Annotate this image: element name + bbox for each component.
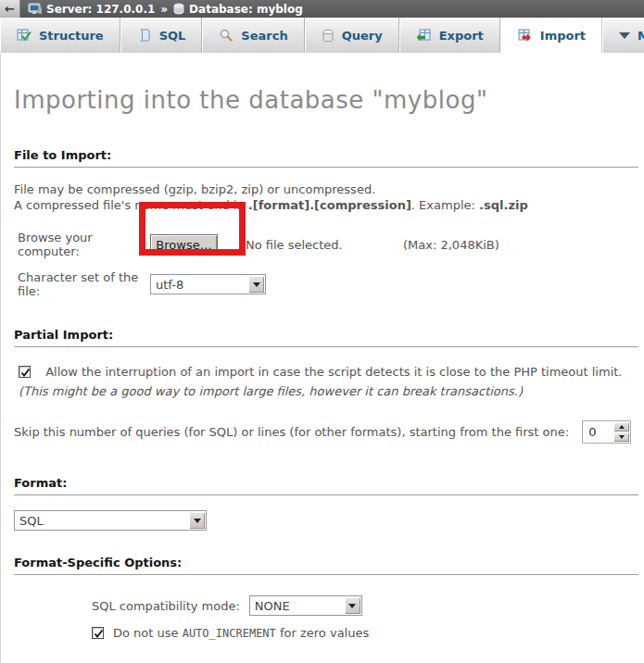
tab-query[interactable]: Query — [305, 18, 399, 53]
tab-label: Query — [342, 29, 383, 43]
section-heading-partial-import: Partial Import: — [14, 328, 638, 347]
skip-queries-stepper[interactable]: 0 — [582, 420, 631, 444]
section-heading-format-options: Format-Specific Options: — [14, 556, 638, 575]
chevron-down-icon[interactable] — [189, 512, 205, 529]
search-icon — [219, 28, 234, 43]
import-icon — [517, 28, 533, 43]
tab-label: Export — [439, 29, 484, 43]
compression-note-line1: File may be compressed (gzip, bzip2, zip… — [14, 182, 375, 196]
page-title: Importing into the database "myblog" — [14, 53, 639, 114]
server-icon — [28, 3, 42, 15]
section-heading-format: Format: — [14, 476, 638, 495]
breadcrumb-server[interactable]: Server: 127.0.0.1 — [28, 3, 155, 16]
stepper-down-button[interactable] — [613, 432, 629, 442]
autoinc-code: AUTO_INCREMENT — [183, 627, 276, 640]
sql-compat-select[interactable]: NONE — [249, 595, 362, 616]
database-icon — [173, 3, 184, 15]
tab-label: Search — [241, 29, 287, 43]
back-icon: ← — [5, 2, 15, 16]
tab-sql[interactable]: SQL — [120, 18, 203, 53]
autoinc-label-suffix: for zero values — [276, 626, 369, 640]
tab-label: Structure — [39, 29, 104, 43]
tab-label: More — [638, 29, 644, 43]
autoinc-label: Do not use AUTO_INCREMENT for zero value… — [113, 626, 369, 640]
tab-label: SQL — [159, 29, 186, 43]
stepper-up-button[interactable] — [613, 422, 629, 432]
format-select-value: SQL — [15, 514, 188, 528]
chevron-down-icon[interactable] — [248, 276, 264, 293]
tab-import[interactable]: Import — [500, 18, 602, 53]
max-size-text: (Max: 2,048KiB) — [403, 238, 499, 252]
example-text: . Example: — [411, 198, 479, 212]
section-heading-file-to-import: File to Import: — [14, 148, 638, 168]
tab-label: Import — [540, 29, 586, 43]
check-icon — [19, 367, 32, 379]
no-file-selected-text: No file selected. — [246, 238, 343, 252]
format-pattern: .[format].[compression] — [248, 198, 411, 212]
compression-note: File may be compressed (gzip, bzip2, zip… — [14, 181, 639, 213]
browse-button[interactable]: Browse… — [150, 234, 218, 256]
check-icon — [93, 628, 105, 640]
charset-label: Character set of the file: — [14, 270, 150, 298]
browse-label: Browse your computer: — [14, 231, 150, 258]
more-chevron-icon — [619, 32, 630, 39]
format-select[interactable]: SQL — [14, 510, 207, 531]
charset-select[interactable]: utf-8 — [150, 274, 266, 294]
sql-compat-label: SQL compatibility mode: — [92, 599, 240, 613]
export-icon — [416, 28, 432, 43]
sql-compat-value: NONE — [250, 599, 344, 613]
chevron-down-icon[interactable] — [345, 597, 360, 614]
allow-interruption-row: Allow the interruption of an import in c… — [14, 362, 639, 401]
tab-search[interactable]: Search — [202, 18, 304, 53]
query-icon — [322, 29, 335, 43]
breadcrumb-database-label: Database: myblog — [189, 3, 303, 16]
breadcrumb-bar: ← Server: 127.0.0.1 » Database: myblog — [0, 0, 644, 18]
autoinc-checkbox[interactable] — [92, 627, 104, 639]
tab-bar: Structure SQL Search Query Export Import… — [0, 18, 644, 53]
skip-queries-value: 0 — [583, 421, 612, 443]
tab-export[interactable]: Export — [399, 18, 500, 53]
tab-more[interactable]: More — [602, 18, 644, 53]
breadcrumb-separator: » — [160, 3, 168, 16]
breadcrumb-server-label: Server: 127.0.0.1 — [46, 3, 155, 16]
allow-interruption-checkbox[interactable] — [19, 366, 31, 378]
example-filename: .sql.zip — [479, 198, 528, 212]
autoinc-label-prefix: Do not use — [113, 626, 183, 640]
skip-queries-label: Skip this number of queries (for SQL) or… — [14, 425, 569, 439]
back-button[interactable]: ← — [0, 0, 20, 18]
allow-interruption-note: (This might be a good way to import larg… — [19, 384, 523, 398]
breadcrumb-database[interactable]: Database: myblog — [173, 3, 303, 16]
compression-note-line2: A compressed file's name must end in — [14, 198, 248, 212]
sql-icon — [137, 28, 152, 43]
structure-icon — [17, 28, 32, 43]
main-content: Importing into the database "myblog" Fil… — [0, 53, 644, 663]
allow-interruption-label: Allow the interruption of an import in c… — [45, 365, 622, 379]
charset-select-value: utf-8 — [151, 278, 247, 292]
tab-structure[interactable]: Structure — [0, 18, 120, 53]
